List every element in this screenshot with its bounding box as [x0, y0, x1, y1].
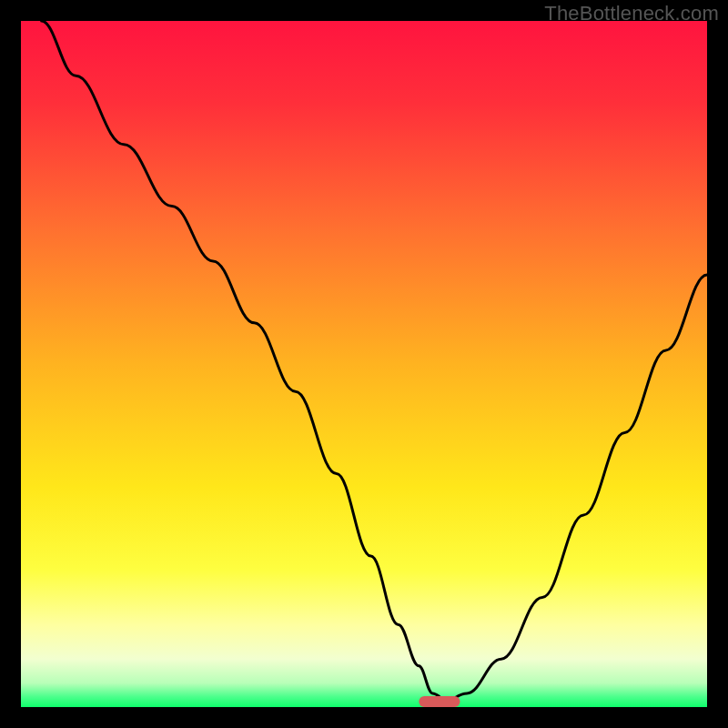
- watermark-text: TheBottleneck.com: [544, 2, 719, 25]
- chart-frame: TheBottleneck.com: [0, 0, 728, 728]
- target-pill-marker: [419, 696, 460, 707]
- gradient-background: [21, 21, 707, 707]
- chart-svg: [21, 21, 707, 707]
- plot-area: [21, 21, 707, 707]
